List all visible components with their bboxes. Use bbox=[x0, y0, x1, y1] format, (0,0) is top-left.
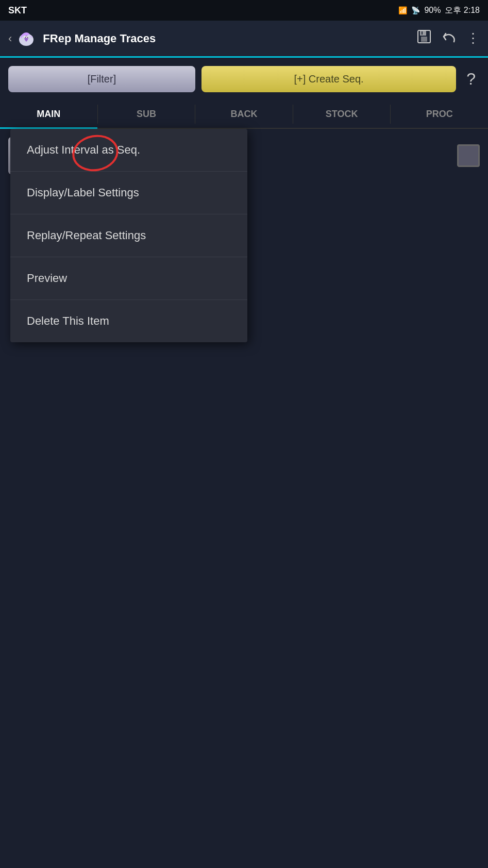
app-logo bbox=[16, 28, 37, 49]
svg-rect-6 bbox=[420, 30, 426, 36]
back-button[interactable]: ‹ bbox=[8, 32, 12, 45]
app-header: ‹ FRep Manage Traces bbox=[0, 21, 488, 58]
header-actions: ⋮ bbox=[417, 29, 480, 47]
status-bar: SKT 📶 📡 90% 오후 2:18 bbox=[0, 0, 488, 21]
tab-main[interactable]: MAIN bbox=[0, 101, 97, 128]
action-row: [Filter] [+] Create Seq. ? bbox=[0, 58, 488, 101]
svg-rect-8 bbox=[422, 31, 423, 35]
battery-text: 90% bbox=[424, 6, 441, 15]
menu-item-adjust-interval[interactable]: Adjust Interval as Seq. bbox=[10, 129, 247, 172]
status-bar-right: 📶 📡 90% 오후 2:18 bbox=[398, 5, 480, 16]
svg-point-4 bbox=[27, 37, 28, 38]
tab-proc[interactable]: PROC bbox=[391, 101, 488, 128]
header-title: FRep Manage Traces bbox=[43, 32, 417, 45]
tab-stock[interactable]: STOCK bbox=[293, 101, 391, 128]
content-area: No.35 👩 FFBE 1.9sec [Package] FF EXVIUS … bbox=[0, 129, 488, 182]
context-menu: Adjust Interval as Seq. Display/Label Se… bbox=[10, 129, 247, 342]
tab-back[interactable]: BACK bbox=[195, 101, 293, 128]
save-icon[interactable] bbox=[417, 29, 431, 47]
menu-item-delete-item[interactable]: Delete This Item bbox=[10, 300, 247, 342]
undo-icon[interactable] bbox=[442, 29, 456, 47]
filter-button[interactable]: [Filter] bbox=[8, 66, 195, 92]
more-icon[interactable]: ⋮ bbox=[466, 30, 480, 46]
svg-point-3 bbox=[25, 37, 26, 38]
time-text: 오후 2:18 bbox=[445, 5, 480, 16]
wifi-icon: 📶 bbox=[398, 6, 407, 14]
tab-sub[interactable]: SUB bbox=[98, 101, 195, 128]
menu-item-replay-repeat[interactable]: Replay/Repeat Settings bbox=[10, 214, 247, 257]
item-checkbox[interactable] bbox=[457, 144, 480, 167]
signal-icon: 📡 bbox=[411, 6, 420, 14]
help-button[interactable]: ? bbox=[462, 70, 480, 89]
svg-rect-7 bbox=[421, 37, 427, 42]
create-seq-button[interactable]: [+] Create Seq. bbox=[201, 66, 456, 92]
menu-item-preview[interactable]: Preview bbox=[10, 257, 247, 300]
menu-item-display-label[interactable]: Display/Label Settings bbox=[10, 172, 247, 214]
tabs-row: MAIN SUB BACK STOCK PROC bbox=[0, 101, 488, 129]
carrier-text: SKT bbox=[8, 5, 27, 16]
